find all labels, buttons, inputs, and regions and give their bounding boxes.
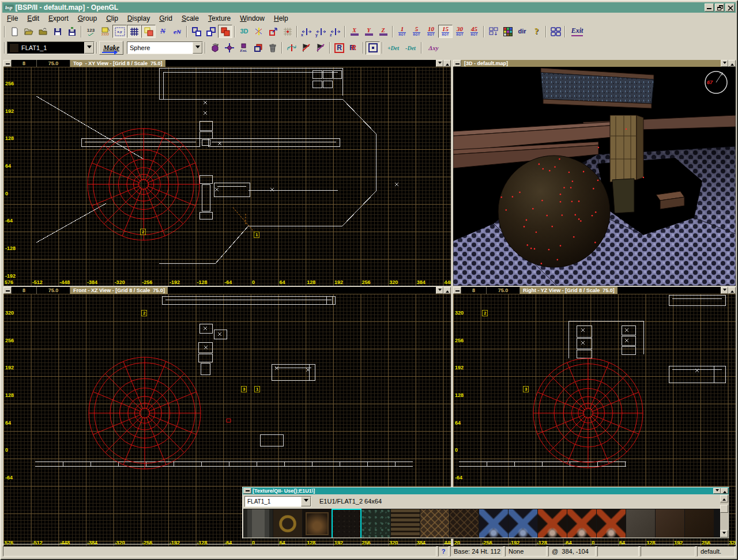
texture-thumbnail[interactable] <box>362 509 390 538</box>
view-3d-button[interactable]: 3D <box>237 25 251 38</box>
texture-thumbnail[interactable] <box>597 509 626 538</box>
clone-window-button[interactable] <box>251 41 265 55</box>
remove-detail-button[interactable]: -Det <box>402 41 419 55</box>
rotate-1-button[interactable]: 1ROT <box>395 25 409 38</box>
scroll-down-button[interactable] <box>720 530 728 538</box>
texture-window-up-button[interactable] <box>721 488 728 494</box>
tile-windows-button[interactable] <box>548 25 563 38</box>
toggle-r-button[interactable]: R <box>332 41 347 55</box>
viewport-zoom-out-button[interactable] <box>721 60 728 67</box>
texture-select-combo[interactable]: FLAT1_1 <box>7 41 95 54</box>
texture-thumbnail[interactable] <box>391 509 420 538</box>
copy-brush-button[interactable] <box>189 25 204 38</box>
rotate-brush-button[interactable] <box>208 41 222 55</box>
new-file-button[interactable] <box>7 25 21 38</box>
region-button[interactable] <box>266 25 280 38</box>
dropdown-arrow-icon[interactable] <box>84 42 94 54</box>
hide-entity-names-toggle[interactable]: N <box>156 25 170 38</box>
menu-item[interactable]: Texture <box>204 14 235 23</box>
size-x-button[interactable]: X <box>347 25 362 38</box>
save-all-button[interactable] <box>65 25 79 38</box>
hide-edge-names-toggle[interactable]: eN <box>170 25 184 38</box>
mirror-z-button[interactable]: z <box>328 25 342 38</box>
delete-button[interactable] <box>265 41 280 55</box>
texture-thumbnail[interactable] <box>626 509 655 538</box>
title-bar[interactable]: bsp [BSP/II - default.map] - OpenGL <box>2 2 736 13</box>
scrollbar-thumb[interactable] <box>720 505 728 513</box>
viewport-zoom-out-button[interactable] <box>721 287 728 294</box>
palette-button[interactable] <box>500 25 515 38</box>
rotate-45-button[interactable]: 45ROT <box>467 25 481 38</box>
paste-brush-button[interactable] <box>204 25 218 38</box>
axes-button[interactable] <box>251 25 266 38</box>
menu-item[interactable]: Display <box>123 14 155 23</box>
grid-toggle[interactable] <box>127 25 141 38</box>
make-button[interactable]: Make <box>99 41 123 55</box>
texture-set-combo[interactable]: FLAT1_1 <box>244 496 311 507</box>
restore-button[interactable] <box>715 3 724 12</box>
scrollbar-track[interactable] <box>720 513 728 530</box>
rotate-15-button[interactable]: 15ROT <box>438 25 453 38</box>
texture-thumbnail[interactable] <box>450 509 479 538</box>
remove-face-flag-button[interactable] <box>299 41 313 55</box>
viewport-zoom-out-button[interactable] <box>436 287 443 294</box>
texture-thumbnail[interactable] <box>685 509 714 538</box>
dropdown-arrow-icon[interactable] <box>301 497 311 506</box>
remove-brush-flag-button[interactable] <box>313 41 327 55</box>
show-selected-toggle[interactable] <box>218 25 232 38</box>
brush-stats-toggle[interactable]: 7777 <box>98 25 112 38</box>
texture-scrollbar[interactable] <box>720 495 728 538</box>
texture-thumbnail[interactable] <box>332 509 361 538</box>
move-brush-button[interactable] <box>222 41 236 55</box>
open-file-button[interactable] <box>21 25 36 38</box>
menu-item[interactable]: File <box>2 14 22 23</box>
minimize-button[interactable] <box>705 3 714 12</box>
texture-window-titlebar[interactable]: [Texture/QII- Use();E1U1\] <box>243 487 729 494</box>
viewport-zoom-out-button[interactable] <box>436 60 443 67</box>
rotate-10-button[interactable]: 10ROT <box>424 25 438 38</box>
translucent-brushes-toggle[interactable] <box>141 25 156 38</box>
size-z-button[interactable]: Z <box>376 25 390 38</box>
viewport-top-canvas[interactable]: 256192128640-64-128-192 2 1 576-512-448-… <box>3 67 451 286</box>
texture-thumbnail[interactable] <box>420 509 449 538</box>
cascade-windows-button[interactable] <box>486 25 500 38</box>
dir-button[interactable]: dir <box>515 25 529 38</box>
scroll-up-button[interactable] <box>720 495 728 502</box>
viewport-zoom-in-button[interactable] <box>443 60 451 67</box>
origin-brush-toggle[interactable] <box>366 41 380 55</box>
menu-item[interactable]: Help <box>269 14 293 23</box>
save-button[interactable] <box>50 25 65 38</box>
viewport-3d-canvas[interactable]: 67 <box>453 67 736 286</box>
texture-thumbnail[interactable] <box>656 509 684 538</box>
toggle-rr-button[interactable]: R <box>347 41 361 55</box>
viewport-zoom-in-button[interactable] <box>443 287 451 294</box>
viewport-menu-box[interactable] <box>453 287 461 294</box>
menu-item[interactable]: Clip <box>101 14 123 23</box>
vertex-numbers-toggle[interactable]: 123 <box>84 25 98 38</box>
rotate-30-button[interactable]: 30ROT <box>453 25 467 38</box>
menu-item[interactable]: Group <box>73 14 101 23</box>
add-detail-button[interactable]: +Det <box>385 41 402 55</box>
viewport-zoom-in-button[interactable] <box>728 60 736 67</box>
texture-thumbnail[interactable] <box>538 509 567 538</box>
menu-item[interactable]: Grid <box>155 14 177 23</box>
move-xy-button[interactable]: Δxy <box>424 41 443 55</box>
mirror-y-button[interactable]: y <box>314 25 328 38</box>
close-button[interactable] <box>725 3 735 12</box>
mirror-x-button[interactable]: x <box>299 25 314 38</box>
viewport-zoom-in-button[interactable] <box>728 287 736 294</box>
menu-item[interactable]: Edit <box>22 14 44 23</box>
menu-item[interactable]: Export <box>44 14 73 23</box>
size-y-button[interactable]: Y <box>362 25 376 38</box>
viewport-menu-box[interactable] <box>453 60 461 67</box>
texture-thumbnail[interactable] <box>479 509 508 538</box>
rotate-entity-button[interactable] <box>284 41 299 55</box>
dropdown-arrow-icon[interactable] <box>193 42 202 54</box>
grid-fade-button[interactable] <box>280 25 295 38</box>
menu-item[interactable]: Scale <box>177 14 204 23</box>
rotate-5-button[interactable]: 5ROT <box>409 25 424 38</box>
texture-window-down-button[interactable] <box>713 488 721 494</box>
texture-thumbnail[interactable] <box>509 509 537 538</box>
viewport-menu-box[interactable] <box>3 287 12 294</box>
exit-button[interactable]: Exit <box>567 25 587 38</box>
